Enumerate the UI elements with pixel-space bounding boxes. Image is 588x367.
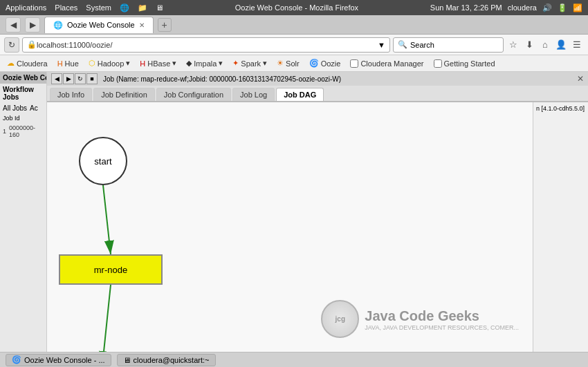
url-bar[interactable]: 🔒 localhost:11000/oozie/ ▼ [22, 37, 390, 53]
os-applications[interactable]: Applications [6, 3, 46, 12]
menu-icon[interactable]: ☰ [570, 38, 584, 52]
spark-icon: ✦ [232, 59, 239, 68]
search-icon: 🔍 [398, 40, 407, 49]
impala-arrow-icon: ▾ [219, 59, 223, 68]
bookmark-star-icon[interactable]: ☆ [506, 38, 520, 52]
sidebar-title: Oozie Web Cons [0, 72, 46, 84]
status-bar: 🌀 Oozie Web Console - ... 🖥 cloudera@qui… [0, 352, 588, 367]
toolbar-fwd-icon[interactable]: ▶ [63, 73, 74, 84]
tab-label: Oozie Web Console [67, 21, 135, 29]
bookmark-oozie[interactable]: 🌀 Oozie [306, 57, 344, 69]
sidebar-jobs-row: All Jobs Ac [0, 103, 46, 113]
cloudera-icon: ☁ [7, 59, 15, 68]
oozie-panel: Oozie Web Cons Workflow Jobs All Jobs Ac… [0, 72, 588, 352]
job-header: ◀ ▶ ↻ ■ Job (Name: map-reduce-wf;Jobid: … [47, 72, 588, 86]
tab-job-dag[interactable]: Job DAG [276, 88, 324, 101]
os-places[interactable]: Places [55, 3, 77, 12]
refresh-button[interactable]: ↻ [4, 37, 19, 53]
tabs-bar: Job Info Job Definition Job Configuratio… [47, 86, 588, 102]
dag-container: start mr-node jcg [47, 102, 588, 352]
solr-icon: ☀ [277, 59, 284, 68]
jcg-title: Java Code Geeks [365, 308, 519, 324]
sidebar-job-id-header: Job Id [0, 113, 46, 123]
hbase-icon: H [140, 59, 145, 68]
jcg-logo-text: jcg [336, 315, 345, 323]
os-titlebar-left: Applications Places System 🌐 📁 🖥 [6, 3, 163, 12]
os-titlebar-right: Sun Mar 13, 2:26 PM cloudera 🔊 🔋 📶 [430, 3, 582, 12]
dag-node-start: start [79, 137, 127, 185]
spark-arrow-icon: ▾ [263, 59, 267, 68]
tab-job-log[interactable]: Job Log [232, 88, 275, 101]
status-item-oozie[interactable]: 🌀 Oozie Web Console - ... [6, 354, 111, 366]
os-volume-icon[interactable]: 🔊 [542, 3, 552, 12]
sidebar-all-jobs[interactable]: All Jobs [3, 104, 27, 112]
dag-mr-label: mr-node [94, 265, 127, 275]
nav-icons: ☆ ⬇ ⌂ 👤 ☰ [506, 38, 584, 52]
nav-bar: ↻ 🔒 localhost:11000/oozie/ ▼ 🔍 Search ☆ … [0, 35, 588, 55]
oozie-icon-status: 🌀 [12, 355, 21, 364]
forward-button[interactable]: ▶ [25, 17, 40, 32]
job-panel: ◀ ▶ ↻ ■ Job (Name: map-reduce-wf;Jobid: … [47, 72, 588, 352]
tab-icon: 🌐 [53, 21, 63, 30]
sidebar-row-number: 1 [3, 128, 6, 135]
download-icon[interactable]: ⬇ [522, 38, 536, 52]
os-system[interactable]: System [86, 3, 111, 12]
toolbar-back-icon[interactable]: ◀ [51, 73, 62, 84]
impala-icon: ◆ [186, 59, 192, 68]
status-item-terminal[interactable]: 🖥 cloudera@quickstart:~ [117, 354, 216, 366]
home-icon[interactable]: ⌂ [538, 38, 552, 52]
bookmark-solr[interactable]: ☀ Solr [274, 57, 302, 69]
jcg-text-block: Java Code Geeks JAVA, JAVA DEVELOPMENT R… [365, 308, 519, 331]
os-titlebar: Applications Places System 🌐 📁 🖥 Oozie W… [0, 0, 588, 15]
os-wifi-icon: 📶 [573, 3, 582, 12]
bookmark-getting-started[interactable]: Getting Started [431, 58, 498, 69]
right-panel-text: n [4.1.0-cdh5.5.0] [536, 105, 585, 112]
new-tab-button[interactable]: + [158, 18, 172, 32]
tab-job-configuration[interactable]: Job Configuration [156, 88, 231, 101]
bookmark-cloudera[interactable]: ☁ Cloudera [4, 57, 50, 69]
arrow-mr-to-end [102, 285, 111, 352]
status-oozie-label: Oozie Web Console - ... [24, 356, 105, 364]
terminal-icon-status: 🖥 [123, 356, 131, 364]
toolbar-refresh-icon[interactable]: ↻ [75, 73, 86, 84]
cloudera-manager-checkbox[interactable] [350, 59, 358, 68]
right-info-panel: n [4.1.0-cdh5.5.0] [533, 102, 588, 352]
os-network-icon: 🌐 [120, 3, 129, 12]
hue-icon: H [57, 59, 63, 68]
oozie-icon: 🌀 [309, 59, 319, 68]
hadoop-arrow-icon: ▾ [126, 59, 130, 68]
tab-job-info[interactable]: Job Info [50, 88, 92, 101]
tab-job-definition[interactable]: Job Definition [93, 88, 155, 101]
user-icon[interactable]: 👤 [554, 38, 568, 52]
bookmarks-bar: ☁ Cloudera H Hue ⬡ Hadoop ▾ H HBase ▾ ◆ … [0, 55, 588, 72]
sidebar-job-id-row[interactable]: 1 0000000-160 [0, 123, 46, 140]
job-close-button[interactable]: ✕ [577, 74, 584, 84]
search-bar[interactable]: 🔍 Search [393, 37, 504, 53]
small-toolbar: ◀ ▶ ↻ ■ [51, 73, 98, 84]
back-button[interactable]: ◀ [6, 17, 21, 32]
lock-icon: 🔒 [27, 40, 37, 49]
dag-node-mr[interactable]: mr-node [59, 254, 163, 285]
hbase-arrow-icon: ▾ [172, 59, 176, 68]
toolbar-stop-icon[interactable]: ■ [86, 73, 98, 84]
sidebar-active[interactable]: Ac [30, 104, 38, 112]
bookmark-hbase[interactable]: H HBase ▾ [137, 57, 179, 69]
arrow-start-to-mr [103, 185, 111, 254]
os-datetime: Sun Mar 13, 2:26 PM [430, 3, 502, 12]
os-username: cloudera [508, 3, 537, 12]
bookmark-cloudera-manager[interactable]: Cloudera Manager [347, 58, 426, 69]
getting-started-checkbox[interactable] [434, 59, 442, 68]
tab-close-button[interactable]: ✕ [139, 21, 145, 29]
hadoop-icon: ⬡ [89, 59, 95, 68]
os-folder-icon: 📁 [138, 3, 147, 12]
sidebar-job-id-value: 0000000-160 [9, 124, 44, 138]
bookmark-hadoop[interactable]: ⬡ Hadoop ▾ [86, 57, 134, 69]
bookmark-hue[interactable]: H Hue [55, 58, 82, 69]
url-text: localhost:11000/oozie/ [37, 41, 378, 49]
bookmark-spark[interactable]: ✦ Spark ▾ [230, 57, 270, 69]
jcg-logo: jcg [321, 300, 359, 338]
status-terminal-label: cloudera@quickstart:~ [134, 356, 210, 364]
browser-tab-oozie[interactable]: 🌐 Oozie Web Console ✕ [44, 17, 154, 33]
ff-titlebar: ◀ ▶ 🌐 Oozie Web Console ✕ + [0, 15, 588, 35]
bookmark-impala[interactable]: ◆ Impala ▾ [183, 57, 226, 69]
